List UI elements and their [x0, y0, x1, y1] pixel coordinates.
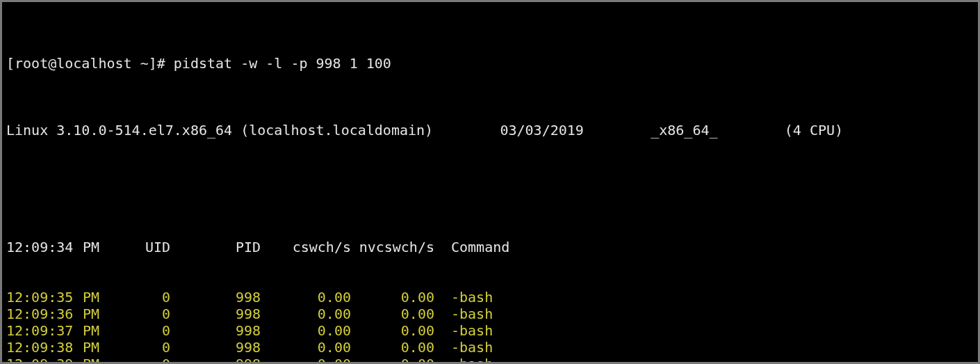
header-gap3 — [718, 122, 785, 139]
header-gap2 — [584, 122, 651, 139]
cell-nvcswch: 0.00 — [351, 339, 434, 356]
pidstat-table: 12:09:34PMUIDPIDcswch/snvcswch/sCommand … — [6, 205, 974, 364]
cell-ampm: PM — [83, 289, 115, 306]
cell-cswch: 0.00 — [261, 339, 351, 356]
cell-ampm: PM — [83, 339, 115, 356]
cell-nvcswch: 0.00 — [351, 289, 434, 306]
col-nvcswch: nvcswch/s — [351, 239, 434, 255]
cell-ampm: PM — [83, 322, 115, 339]
cell-pid: 998 — [170, 322, 261, 339]
cell-pid: 998 — [170, 306, 261, 322]
table-row: 12:09:36PM09980.000.00-bash — [6, 306, 974, 322]
pidstat-header: Linux 3.10.0-514.el7.x86_64 (localhost.l… — [6, 122, 974, 139]
cell-uid: 0 — [115, 339, 170, 356]
prompt-line: [root@localhost ~]# pidstat -w -l -p 998… — [6, 55, 974, 72]
cpu-count: (4 CPU) — [785, 122, 843, 139]
table-row: 12:09:37PM09980.000.00-bash — [6, 322, 974, 339]
arch: _x86_64_ — [651, 122, 717, 139]
cell-nvcswch: 0.00 — [351, 322, 434, 339]
col-cswch: cswch/s — [261, 239, 351, 255]
entered-command: pidstat -w -l -p 998 1 100 — [174, 55, 391, 72]
col-time: 12:09:34 — [6, 239, 83, 255]
table-row: 12:09:39PM09980.000.00-bash — [6, 356, 974, 364]
header-gap1 — [433, 122, 500, 139]
cell-time: 12:09:39 — [6, 356, 83, 364]
table-header-row: 12:09:34PMUIDPIDcswch/snvcswch/sCommand — [6, 239, 974, 255]
cell-pid: 998 — [170, 356, 261, 364]
cell-nvcswch: 0.00 — [351, 356, 434, 364]
col-command: Command — [451, 239, 509, 255]
cell-uid: 0 — [115, 322, 170, 339]
cell-command: -bash — [451, 306, 493, 322]
cell-command: -bash — [451, 322, 493, 339]
cell-ampm: PM — [83, 306, 115, 322]
cell-time: 12:09:38 — [6, 339, 83, 356]
cell-pid: 998 — [170, 339, 261, 356]
cell-time: 12:09:37 — [6, 322, 83, 339]
cell-command: -bash — [451, 289, 493, 306]
table-row: 12:09:38PM09980.000.00-bash — [6, 339, 974, 356]
col-ampm: PM — [83, 239, 115, 255]
kernel-info: Linux 3.10.0-514.el7.x86_64 (localhost.l… — [6, 122, 433, 139]
cell-cswch: 0.00 — [261, 289, 351, 306]
cell-uid: 0 — [115, 289, 170, 306]
cell-pid: 998 — [170, 289, 261, 306]
date: 03/03/2019 — [500, 122, 583, 139]
terminal-window[interactable]: [root@localhost ~]# pidstat -w -l -p 998… — [0, 0, 980, 364]
cell-uid: 0 — [115, 356, 170, 364]
cell-cswch: 0.00 — [261, 322, 351, 339]
cell-cswch: 0.00 — [261, 356, 351, 364]
cell-ampm: PM — [83, 356, 115, 364]
col-pid: PID — [170, 239, 261, 255]
cell-uid: 0 — [115, 306, 170, 322]
cell-command: -bash — [451, 339, 493, 356]
cell-cswch: 0.00 — [261, 306, 351, 322]
cell-time: 12:09:35 — [6, 289, 83, 306]
col-uid: UID — [115, 239, 170, 255]
shell-prompt: [root@localhost ~]# — [6, 55, 174, 72]
cell-command: -bash — [451, 356, 493, 364]
cell-nvcswch: 0.00 — [351, 306, 434, 322]
table-row: 12:09:35PM09980.000.00-bash — [6, 289, 974, 306]
cell-time: 12:09:36 — [6, 306, 83, 322]
